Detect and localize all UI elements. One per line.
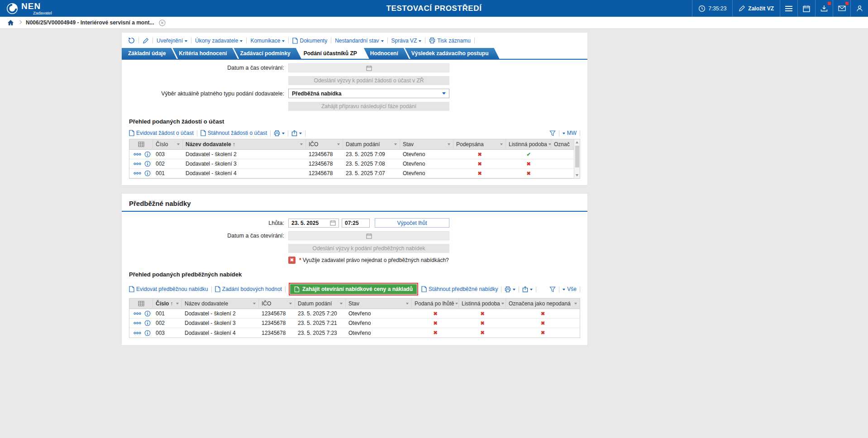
print-grid-button[interactable] (505, 286, 515, 292)
submission-type-select[interactable]: Předběžná nabídka (288, 89, 449, 98)
header-nazev-dodavatele[interactable]: Název dodavatele↑ (183, 139, 306, 149)
filter-icon[interactable] (177, 143, 180, 145)
menu-ukony-zadavatele[interactable]: Úkony zadavatele (195, 38, 243, 44)
filter-icon[interactable] (394, 143, 397, 145)
row-actions-icon[interactable] (134, 172, 141, 175)
register-prelim-offer-button[interactable]: Evidovat předběžnou nabídku (129, 286, 208, 292)
filter-icon[interactable] (455, 303, 458, 305)
info-icon[interactable] (144, 330, 151, 336)
start-next-phase-button[interactable]: Zahájit přípravu následující fáze podání (288, 102, 449, 111)
view-select[interactable]: Vše (563, 286, 577, 292)
header-nazev-dodavatele[interactable]: Název dodavatele (182, 299, 259, 309)
scroll-down-icon[interactable] (576, 174, 578, 176)
close-tab-button[interactable] (159, 19, 166, 26)
tab-zadavaci-podminky[interactable]: Zadávací podmínky (234, 48, 301, 59)
scroll-up-icon[interactable] (576, 141, 578, 143)
table-row[interactable]: 002 Dodavatel - školení 3 12345678 23. 5… (129, 159, 580, 169)
tab-kriteria-hodnoceni[interactable]: Kritéria hodnocení (172, 48, 238, 59)
filter-icon[interactable] (500, 143, 503, 145)
scrollbar-thumb[interactable] (575, 146, 579, 167)
header-podepsana[interactable]: Podepsána (453, 139, 506, 149)
menu-dokumenty[interactable]: Dokumenty (292, 38, 327, 44)
export-grid-button[interactable] (522, 286, 533, 292)
filter-icon[interactable] (300, 143, 303, 145)
menu-nestandardni-stav[interactable]: Nestandardní stav (335, 38, 383, 44)
header-datum-podani[interactable]: Datum podání (343, 139, 400, 149)
menu-uverejneni[interactable]: Uveřejnění (157, 38, 187, 44)
filter-icon[interactable] (253, 303, 256, 305)
view-select[interactable]: MW (563, 130, 577, 136)
refresh-button[interactable] (128, 37, 135, 44)
register-request-button[interactable]: Evidovat žádost o účast (129, 130, 194, 136)
row-actions-icon[interactable] (134, 153, 141, 156)
header-cislo[interactable]: Číslo (153, 139, 183, 149)
filter-button[interactable] (549, 130, 556, 136)
header-ico[interactable]: IČO (306, 139, 343, 149)
row-actions-icon[interactable] (134, 162, 141, 165)
breadcrumb-item[interactable]: N006/25/V00004949 - Interiérové servisní… (26, 19, 154, 26)
lhuta-time-input[interactable]: 07:25 (342, 219, 370, 228)
open-bid-price-button[interactable]: Zahájit otevírání nabídkové ceny a nákla… (290, 284, 417, 294)
table-row[interactable]: 001 Dodavatel - školení 2 12345678 23. 5… (129, 309, 580, 319)
downloads-button[interactable] (815, 0, 833, 17)
calendar-icon[interactable] (330, 220, 336, 226)
header-oznacena-jako-nepodana[interactable]: Označena jako nepodaná (506, 299, 580, 309)
send-invite-request-button[interactable]: Odeslání výzvy k podání žádosti o účast … (288, 76, 449, 85)
filter-icon[interactable] (501, 303, 504, 305)
edit-button[interactable] (143, 38, 149, 44)
header-listinna-podoba[interactable]: Listinná podoba (506, 139, 551, 149)
info-icon[interactable] (144, 320, 151, 326)
vertical-scrollbar[interactable] (574, 139, 580, 178)
home-icon[interactable] (7, 19, 14, 26)
filter-button[interactable] (549, 286, 556, 292)
info-icon[interactable] (144, 310, 151, 317)
menu-button[interactable] (780, 0, 797, 17)
filter-icon[interactable] (337, 143, 340, 145)
table-row[interactable]: 001 Dodavatel - školení 4 12345678 23. 5… (129, 169, 580, 178)
info-icon[interactable] (144, 151, 151, 157)
filter-icon[interactable] (574, 303, 577, 305)
filter-icon[interactable] (406, 303, 409, 305)
column-selector-button[interactable] (129, 299, 153, 309)
row-actions-icon[interactable] (134, 312, 141, 315)
vypocet-lhut-button[interactable]: Výpočet lhůt (375, 218, 449, 228)
header-ico[interactable]: IČO (259, 299, 295, 309)
nen-logo[interactable]: NEN Zadavatel (0, 0, 58, 17)
tab-podani-ucastniku-zp[interactable]: Podání účastníků ZP (297, 48, 368, 59)
calendar-button[interactable] (797, 0, 815, 17)
print-record-button[interactable]: Tisk záznamu (429, 38, 471, 44)
print-grid-button[interactable] (274, 130, 285, 136)
row-actions-icon[interactable] (134, 332, 141, 334)
tab-vysledek[interactable]: Výsledek zadávacího postupu (405, 48, 500, 59)
filter-icon[interactable] (340, 303, 343, 305)
score-entry-button[interactable]: Zadání bodových hodnot (215, 286, 282, 292)
info-icon[interactable] (144, 161, 151, 167)
table-row[interactable]: 002 Dodavatel - školení 3 12345678 23. 5… (129, 319, 580, 328)
header-stav[interactable]: Stav (346, 299, 412, 309)
table-row[interactable]: 003 Dodavatel - školení 2 12345678 23. 5… (129, 150, 580, 159)
lhuta-date-input[interactable]: 23. 5. 2025 (288, 219, 339, 228)
create-vz-button[interactable]: Založit VZ (732, 0, 780, 17)
menu-komunikace[interactable]: Komunikace (250, 38, 285, 44)
filter-icon[interactable] (176, 303, 179, 305)
filter-icon[interactable] (289, 303, 292, 305)
table-row[interactable]: 003 Dodavatel - školení 4 12345678 23. 5… (129, 328, 580, 338)
header-podana-po-lhute[interactable]: Podaná po lhůtě (412, 299, 459, 309)
messages-button[interactable] (833, 0, 850, 17)
filter-icon[interactable] (448, 143, 450, 145)
header-listinna-podoba[interactable]: Listinná podoba (459, 299, 506, 309)
tab-zakladni-udaje[interactable]: Základní údaje (122, 48, 176, 59)
info-icon[interactable] (144, 170, 151, 176)
export-grid-button[interactable] (291, 130, 302, 136)
profile-button[interactable] (850, 0, 868, 17)
column-selector-button[interactable] (129, 139, 153, 149)
send-prelim-invite-button[interactable]: Odeslání výzvy k podání předběžných nabí… (288, 244, 449, 253)
row-actions-icon[interactable] (134, 322, 141, 324)
header-datum-podani[interactable]: Datum podání (295, 299, 346, 309)
filter-icon[interactable] (548, 143, 551, 145)
menu-sprava-vz[interactable]: Správa VZ (391, 38, 422, 44)
header-stav[interactable]: Stav (400, 139, 453, 149)
checkbox-cross-icon[interactable]: ✖ (288, 257, 296, 264)
tab-hodnoceni[interactable]: Hodnocení (364, 48, 409, 59)
download-requests-button[interactable]: Stáhnout žádosti o účast (200, 130, 267, 136)
